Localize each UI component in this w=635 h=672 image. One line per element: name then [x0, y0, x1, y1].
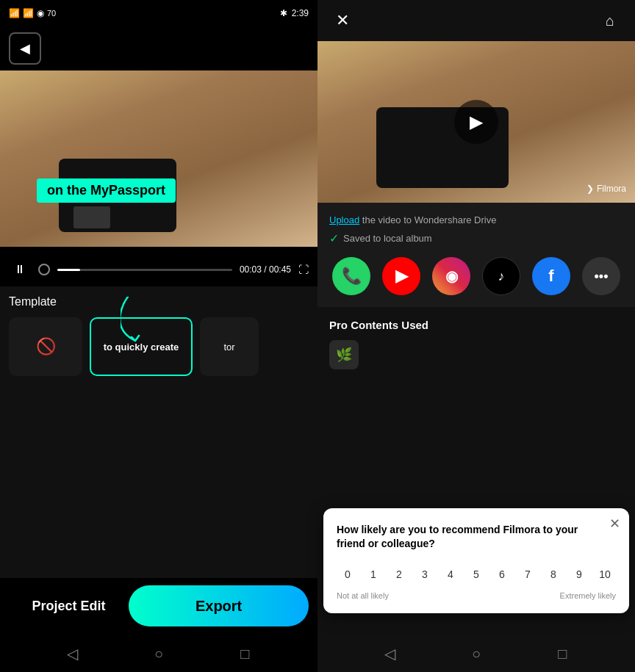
survey-number-8[interactable]: 8 — [542, 563, 564, 585]
home-nav-right[interactable]: ○ — [462, 639, 491, 668]
more-share-button[interactable]: ••• — [582, 257, 620, 295]
recents-nav-icon[interactable]: □ — [230, 639, 259, 668]
survey-number-1[interactable]: 1 — [362, 563, 384, 585]
back-icon: ◀ — [20, 40, 30, 57]
back-button[interactable]: ◀ — [9, 32, 41, 65]
timeline-section: ⏸ 00:03 / 00:45 ⛶ — [0, 247, 318, 286]
status-bar-right: ✱ 2:39 — [280, 8, 309, 18]
survey-number-0[interactable]: 0 — [337, 563, 359, 585]
share-section: Upload the video to Wondershare Drive ✓ … — [318, 203, 635, 307]
upload-text: Upload the video to Wondershare Drive — [329, 214, 623, 225]
project-edit-button[interactable]: Project Edit — [9, 585, 129, 626]
bottom-buttons: Project Edit Export — [0, 578, 318, 635]
home-button-right[interactable]: ⌂ — [597, 7, 623, 34]
survey-number-6[interactable]: 6 — [491, 563, 513, 585]
template-item-partial[interactable]: tor — [200, 317, 259, 376]
current-time: 00:03 — [240, 264, 262, 275]
back-nav-icon[interactable]: ◁ — [58, 639, 87, 668]
recents-nav-right[interactable]: □ — [548, 639, 577, 668]
pro-contents-title: Pro Contents Used — [329, 319, 623, 331]
video-port — [73, 206, 110, 228]
survey-number-4[interactable]: 4 — [440, 563, 462, 585]
instagram-icon: ◉ — [445, 267, 458, 285]
time-display: 00:03 / 00:45 — [240, 264, 291, 275]
template-partial-label: tor — [223, 342, 234, 353]
left-panel: 📶 📶 ◉ 70 ✱ 2:39 ◀ on the MyPassport ⏸ — [0, 0, 318, 672]
pause-button[interactable]: ⏸ — [9, 259, 31, 281]
survey-number-5[interactable]: 5 — [465, 563, 487, 585]
survey-popup: ✕ How likely are you to recommend Filmor… — [323, 508, 629, 613]
clock: 2:39 — [292, 8, 309, 18]
template-section: Template 🚫 to quickly create tor — [0, 286, 318, 578]
close-button[interactable]: ✕ — [329, 7, 356, 34]
home-icon: ⌂ — [606, 12, 614, 29]
facebook-button[interactable]: f — [532, 257, 570, 295]
whatsapp-button[interactable]: 📞 — [332, 257, 370, 295]
survey-number-2[interactable]: 2 — [388, 563, 410, 585]
home-nav-icon[interactable]: ○ — [144, 639, 173, 668]
survey-number-10[interactable]: 10 — [594, 563, 616, 585]
nav-bar-left: ◁ ○ □ — [0, 635, 318, 672]
filmora-chevron: ❯ — [586, 184, 594, 194]
survey-number-9[interactable]: 9 — [568, 563, 590, 585]
tiktok-button[interactable]: ♪ — [482, 257, 520, 295]
more-icon: ••• — [595, 269, 609, 284]
facebook-icon: f — [548, 267, 553, 286]
tiktok-icon: ♪ — [498, 269, 505, 284]
play-overlay[interactable]: ▶ — [454, 100, 498, 144]
back-nav-right[interactable]: ◁ — [376, 639, 405, 668]
right-top-bar: ✕ ⌂ — [318, 0, 635, 41]
template-label: Template — [9, 295, 309, 308]
survey-number-3[interactable]: 3 — [414, 563, 436, 585]
nav-bar-right: ◁ ○ □ — [318, 635, 635, 672]
status-bar: 📶 📶 ◉ 70 ✱ 2:39 — [0, 0, 318, 26]
template-selected-label: to quickly create — [104, 342, 179, 353]
youtube-button[interactable]: ▶ — [382, 257, 420, 295]
project-edit-label: Project Edit — [32, 599, 106, 614]
filmora-watermark: ❯ Filmora — [586, 184, 626, 194]
total-time: 00:45 — [269, 264, 291, 275]
video-caption: on the MyPassport — [37, 178, 176, 203]
pro-contents-section: Pro Contents Used 🌿 — [318, 307, 635, 381]
instagram-button[interactable]: ◉ — [432, 257, 470, 295]
whatsapp-icon: 📞 — [342, 267, 362, 286]
timeline-bar[interactable] — [57, 269, 232, 271]
saved-text: ✓ Saved to local album — [329, 231, 623, 245]
template-item-selected[interactable]: to quickly create — [90, 317, 193, 376]
filmora-label: Filmora — [597, 184, 626, 194]
survey-numbers-row: 0 1 2 3 4 5 6 7 8 9 10 — [337, 563, 616, 585]
template-items: 🚫 to quickly create tor — [9, 317, 309, 376]
check-icon: ✓ — [329, 231, 339, 245]
close-icon: ✕ — [336, 11, 349, 30]
video-preview-left: on the MyPassport — [0, 71, 318, 247]
time-separator: / — [264, 264, 269, 275]
play-icon: ▶ — [470, 112, 483, 132]
export-button[interactable]: Export — [129, 585, 309, 626]
fullscreen-button[interactable]: ⛶ — [298, 264, 309, 275]
survey-number-7[interactable]: 7 — [517, 563, 539, 585]
pause-icon: ⏸ — [14, 263, 26, 276]
survey-close-button[interactable]: ✕ — [609, 516, 620, 532]
signal-icon-1: 📶 — [9, 8, 20, 18]
upload-link[interactable]: Upload — [329, 214, 359, 225]
export-label: Export — [195, 598, 242, 615]
survey-labels-row: Not at all likely Extremely likely — [337, 591, 616, 600]
pro-icon-row: 🌿 — [329, 340, 623, 369]
template-item-none[interactable]: 🚫 — [9, 317, 82, 376]
timeline-progress — [57, 269, 80, 271]
battery-level: 70 — [47, 9, 56, 18]
survey-label-right: Extremely likely — [560, 591, 616, 600]
video-background: on the MyPassport — [0, 71, 318, 247]
right-panel: ✕ ⌂ ▶ ❯ Filmora Upload the video to Wond… — [318, 0, 635, 672]
timeline-handle[interactable] — [38, 264, 50, 275]
fullscreen-icon: ⛶ — [298, 264, 309, 275]
no-template-icon: 🚫 — [36, 337, 56, 356]
bluetooth-icon: ✱ — [280, 8, 287, 18]
wifi-icon: ◉ — [37, 8, 44, 18]
upload-rest: the video to Wondershare Drive — [362, 214, 497, 225]
survey-label-left: Not at all likely — [337, 591, 389, 600]
survey-question: How likely are you to recommend Filmora … — [337, 523, 616, 552]
pro-icon-leaf: 🌿 — [336, 347, 352, 363]
signal-icon-2: 📶 — [23, 8, 34, 18]
social-icons-row: 📞 ▶ ◉ ♪ f ••• — [329, 257, 623, 295]
